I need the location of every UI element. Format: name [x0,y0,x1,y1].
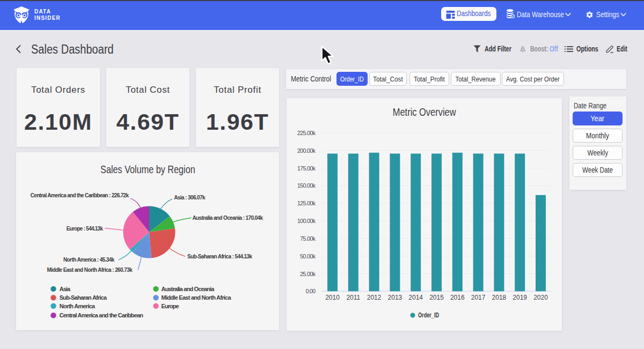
svg-text:2017: 2017 [471,294,486,301]
svg-text:Middle East and North Africa: Middle East and North Africa [162,294,232,301]
svg-text:2014: 2014 [408,294,423,301]
svg-text:2020: 2020 [533,294,548,301]
svg-text:Australia and Oceania : 170.04: Australia and Oceania : 170.04k [193,215,264,221]
svg-text:Asia : 306.07k: Asia : 306.07k [174,195,206,201]
svg-text:0.00: 0.00 [306,288,316,294]
svg-text:75.00k: 75.00k [300,235,316,242]
svg-text:Sub-Saharan Africa: Sub-Saharan Africa [60,294,107,301]
svg-text:Europe: Europe [162,303,179,309]
svg-text:2015: 2015 [429,294,444,301]
svg-text:2013: 2013 [388,294,402,301]
svg-text:2011: 2011 [346,294,360,301]
svg-text:Order_ID: Order_ID [418,311,439,319]
svg-text:25.00k: 25.00k [300,271,316,277]
svg-text:North America : 45.34k: North America : 45.34k [63,257,115,263]
svg-text:150.00k: 150.00k [297,182,316,189]
svg-text:2019: 2019 [513,294,527,301]
svg-text:North America: North America [60,303,96,309]
svg-text:175.00k: 175.00k [297,165,316,172]
svg-text:Australia and Oceania: Australia and Oceania [162,286,215,292]
svg-text:2012: 2012 [367,294,382,301]
svg-text:2018: 2018 [492,294,507,301]
svg-text:2016: 2016 [450,294,465,301]
svg-text:100.00k: 100.00k [297,218,316,224]
svg-text:125.00k: 125.00k [297,200,316,206]
svg-text:Central America and the Caribb: Central America and the Caribbean [60,312,144,318]
svg-text:Middle East and North Africa :: Middle East and North Africa : 260.73k [47,267,133,273]
svg-text:Asia: Asia [60,286,71,292]
svg-text:2010: 2010 [325,294,340,301]
svg-text:Central America and the Caribb: Central America and the Caribbean : 226.… [31,192,129,198]
svg-text:200.00k: 200.00k [297,147,316,154]
svg-text:50.00k: 50.00k [300,253,316,259]
svg-text:Europe : 544.13k: Europe : 544.13k [67,226,104,232]
svg-text:225.00k: 225.00k [297,130,316,136]
svg-text:Sub-Saharan Africa : 544.13k: Sub-Saharan Africa : 544.13k [187,254,252,259]
